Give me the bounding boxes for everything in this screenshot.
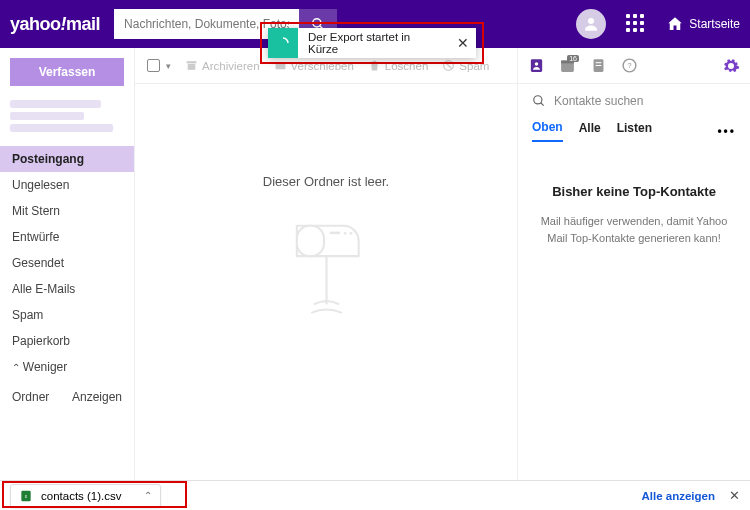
nav-anzeigen[interactable]: Anzeigen: [72, 390, 122, 404]
archive-button[interactable]: Archivieren: [185, 59, 260, 72]
show-all-downloads-link[interactable]: Alle anzeigen: [642, 490, 716, 502]
svg-point-2: [588, 18, 594, 24]
svg-rect-4: [188, 64, 196, 70]
svg-rect-7: [296, 226, 323, 256]
notes-tab-icon[interactable]: [590, 57, 607, 74]
compose-button[interactable]: Verfassen: [10, 58, 124, 86]
download-item[interactable]: x contacts (1).csv ⌃: [10, 484, 161, 508]
csv-file-icon: x: [19, 489, 33, 503]
download-chevron-icon: ⌃: [144, 490, 152, 501]
nav-papierkorb[interactable]: Papierkorb: [0, 328, 134, 354]
contacts-empty-title: Bisher keine Top-Kontakte: [536, 184, 732, 199]
empty-folder-state: Dieser Ordner ist leer.: [135, 84, 517, 480]
mailbox-illustration-icon: [284, 213, 369, 323]
svg-point-10: [349, 232, 352, 235]
download-bar: x contacts (1).csv ⌃ Alle anzeigen ✕: [0, 480, 750, 510]
tab-listen[interactable]: Listen: [617, 121, 652, 141]
avatar[interactable]: [576, 9, 606, 39]
nav-weniger[interactable]: Weniger: [0, 354, 134, 380]
archive-icon: [185, 59, 198, 72]
contact-search-placeholder: Kontakte suchen: [554, 94, 643, 108]
yahoo-mail-logo: yahoo!mail: [10, 14, 100, 35]
tab-oben[interactable]: Oben: [532, 120, 563, 142]
contacts-filter-tabs: Oben Alle Listen •••: [518, 116, 750, 142]
user-icon: [582, 15, 600, 33]
svg-rect-3: [187, 61, 197, 63]
nav-spam[interactable]: Spam: [0, 302, 134, 328]
help-tab-icon[interactable]: ?: [621, 57, 638, 74]
nav-ordner-row: Ordner Anzeigen: [0, 380, 134, 414]
svg-point-13: [535, 62, 539, 66]
nav-alle-emails[interactable]: Alle E-Mails: [0, 276, 134, 302]
svg-point-9: [343, 232, 346, 235]
close-download-bar-button[interactable]: ✕: [729, 488, 740, 503]
home-icon: [666, 15, 684, 33]
nav-ungelesen[interactable]: Ungelesen: [0, 172, 134, 198]
panel-tab-icons: 16 ?: [518, 48, 750, 84]
svg-point-21: [534, 96, 542, 104]
search-icon: [532, 94, 546, 108]
sidebar: Verfassen Posteingang Ungelesen Mit Ster…: [0, 48, 135, 480]
select-all-checkbox[interactable]: [147, 59, 160, 72]
toast-close-button[interactable]: ✕: [450, 35, 476, 51]
loading-icon: [277, 37, 289, 49]
download-filename: contacts (1).csv: [41, 490, 122, 502]
empty-folder-text: Dieser Ordner ist leer.: [263, 174, 389, 189]
toast-accent: [268, 28, 298, 58]
home-link[interactable]: Startseite: [666, 15, 740, 33]
contacts-empty-subtitle: Mail häufiger verwenden, damit Yahoo Mai…: [536, 213, 732, 246]
toast-message: Der Export startet in Kürze: [298, 31, 450, 55]
svg-rect-8: [329, 232, 339, 235]
main-content: ▾ Archivieren Verschieben Löschen Spam D…: [135, 48, 518, 480]
select-dropdown-icon[interactable]: ▾: [166, 61, 171, 71]
apps-grid-icon[interactable]: [626, 14, 646, 34]
nav-entwuerfe[interactable]: Entwürfe: [0, 224, 134, 250]
contacts-empty-state: Bisher keine Top-Kontakte Mail häufiger …: [518, 142, 750, 480]
calendar-tab-icon[interactable]: 16: [559, 57, 576, 74]
contacts-panel: 16 ? Kontakte suchen Oben Alle Listen ••…: [518, 48, 750, 480]
export-toast: Der Export startet in Kürze ✕: [268, 28, 476, 58]
contact-search[interactable]: Kontakte suchen: [518, 84, 750, 116]
settings-gear-icon[interactable]: [722, 57, 740, 75]
svg-line-22: [541, 103, 544, 106]
nav-posteingang[interactable]: Posteingang: [0, 146, 134, 172]
sidebar-ad-placeholder: [10, 100, 124, 136]
tab-more-button[interactable]: •••: [717, 124, 736, 138]
tab-alle[interactable]: Alle: [579, 121, 601, 141]
nav-ordner[interactable]: Ordner: [12, 390, 49, 404]
nav-mit-stern[interactable]: Mit Stern: [0, 198, 134, 224]
svg-text:?: ?: [627, 61, 632, 70]
contacts-tab-icon[interactable]: [528, 57, 545, 74]
nav-gesendet[interactable]: Gesendet: [0, 250, 134, 276]
